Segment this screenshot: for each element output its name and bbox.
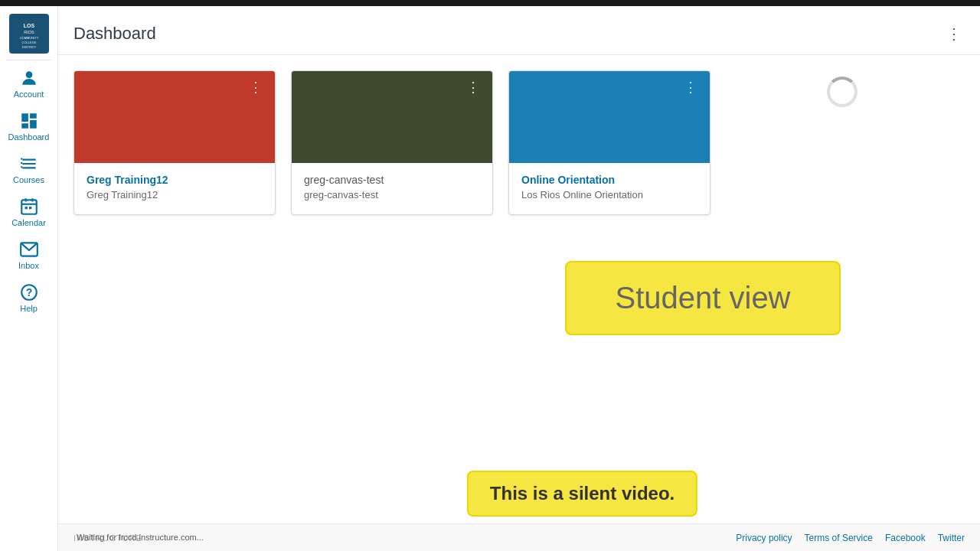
student-view-text: Student view <box>615 281 790 315</box>
silent-video-badge: This is a silent video. <box>467 471 697 517</box>
svg-text:LOS: LOS <box>23 23 34 28</box>
dashboard-label: Dashboard <box>8 132 50 142</box>
loading-spinner <box>827 77 858 107</box>
courses-label: Courses <box>13 175 44 184</box>
student-view-banner[interactable]: Student view <box>565 261 841 335</box>
inbox-label: Inbox <box>18 261 39 270</box>
logo-svg: LOS RIOS COMMUNITY COLLEGE DISTRICT <box>9 14 49 54</box>
svg-text:RIOS: RIOS <box>24 30 34 34</box>
svg-rect-8 <box>21 162 22 164</box>
sidebar-item-calendar[interactable]: Calendar <box>0 191 58 233</box>
card-header-greg-canvas-test: ⋮ <box>292 71 492 163</box>
svg-rect-15 <box>29 207 31 209</box>
help-label: Help <box>20 304 38 313</box>
terms-of-service-link[interactable]: Terms of Service <box>805 533 873 543</box>
card-menu-button-online-orientation[interactable]: ⋮ <box>679 79 702 96</box>
svg-text:?: ? <box>25 286 32 298</box>
card-course-name-greg-canvas-test: greg-canvas-test <box>304 174 480 186</box>
silent-video-text: This is a silent video. <box>490 483 675 504</box>
sidebar: LOS RIOS COMMUNITY COLLEGE DISTRICT Acco… <box>0 6 58 551</box>
card-subtitle-greg-canvas-test: greg-canvas-test <box>304 189 480 201</box>
card-subtitle-online-orientation: Los Rios Online Orientation <box>521 189 697 201</box>
svg-text:DISTRICT: DISTRICT <box>21 45 36 49</box>
sidebar-divider-1 <box>6 60 52 60</box>
card-course-name-online-orientation[interactable]: Online Orientation <box>521 174 697 186</box>
account-icon <box>19 68 39 88</box>
sidebar-item-help[interactable]: ? Help <box>0 276 58 319</box>
svg-text:COLLEGE: COLLEGE <box>21 41 36 44</box>
top-bar <box>0 0 980 6</box>
course-card-greg-canvas-test[interactable]: ⋮ greg-canvas-test greg-canvas-test <box>291 70 493 215</box>
twitter-link[interactable]: Twitter <box>938 533 965 543</box>
header-menu-button[interactable]: ⋮ <box>943 21 965 46</box>
dashboard-icon <box>19 111 39 131</box>
courses-icon <box>19 154 39 174</box>
sidebar-item-courses[interactable]: Courses <box>0 148 58 191</box>
course-card-online-orientation[interactable]: ⋮ Online Orientation Los Rios Online Ori… <box>508 70 710 215</box>
los-rios-logo[interactable]: LOS RIOS COMMUNITY COLLEGE DISTRICT <box>8 12 51 55</box>
header: Dashboard ⋮ <box>58 12 980 55</box>
card-menu-button-greg-canvas-test[interactable]: ⋮ <box>462 79 485 96</box>
svg-rect-9 <box>21 166 22 168</box>
svg-text:COMMUNITY: COMMUNITY <box>19 36 38 40</box>
card-header-greg-training12: ⋮ <box>74 71 275 163</box>
calendar-icon <box>19 197 39 217</box>
privacy-policy-link[interactable]: Privacy policy <box>736 533 792 543</box>
page-title: Dashboard <box>74 24 156 44</box>
card-menu-button-greg-training12[interactable]: ⋮ <box>244 79 267 96</box>
facebook-link[interactable]: Facebook <box>885 533 926 543</box>
account-label: Account <box>14 90 44 99</box>
sidebar-item-account[interactable]: Account <box>0 62 58 105</box>
sidebar-item-inbox[interactable]: Inbox <box>0 233 58 276</box>
card-header-online-orientation: ⋮ <box>509 71 710 163</box>
card-course-name-greg-training12[interactable]: Greg Training12 <box>87 174 263 186</box>
calendar-label: Calendar <box>11 218 46 227</box>
card-body-online-orientation: Online Orientation Los Rios Online Orien… <box>509 163 710 214</box>
card-body-greg-canvas-test: greg-canvas-test greg-canvas-test <box>292 163 492 214</box>
loading-spinner-container <box>827 77 858 107</box>
card-subtitle-greg-training12: Greg Training12 <box>87 189 263 201</box>
card-body-greg-training12: Greg Training12 Greg Training12 <box>74 163 275 214</box>
main-content: Dashboard ⋮ ⋮ Greg Training12 Greg Train… <box>58 6 980 551</box>
status-text: Waiting for lrccd.instructure.com... <box>77 533 204 542</box>
course-card-greg-training12[interactable]: ⋮ Greg Training12 Greg Training12 <box>74 70 276 215</box>
sidebar-item-dashboard[interactable]: Dashboard <box>0 105 58 148</box>
svg-rect-14 <box>24 207 27 209</box>
svg-point-6 <box>25 71 32 78</box>
help-icon: ? <box>19 282 39 302</box>
inbox-icon <box>19 240 39 259</box>
svg-rect-7 <box>21 158 22 159</box>
footer-right: Privacy policy Terms of Service Facebook… <box>736 533 965 543</box>
